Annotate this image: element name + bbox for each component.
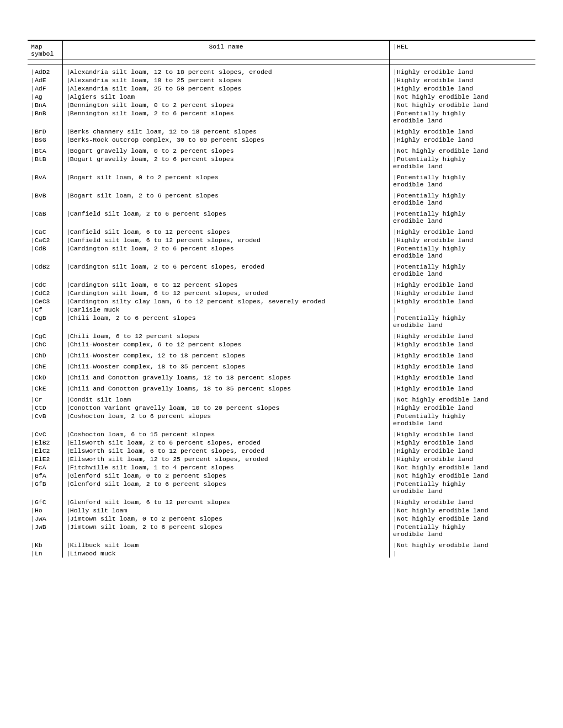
cell-soil: |Bogart gravelly loam, 2 to 6 percent sl…: [62, 155, 389, 170]
table-row: |CaC|Canfield silt loam, 6 to 12 percent…: [28, 228, 535, 236]
cell-hel: |Highly erodible land: [390, 236, 535, 244]
cell-soil: |Chili and Conotton gravelly loams, 12 t…: [62, 373, 389, 382]
cell-hel: |: [390, 549, 535, 558]
cell-soil: |Canfield silt loam, 6 to 12 percent slo…: [62, 228, 389, 236]
cell-hel: |Highly erodible land: [390, 228, 535, 236]
table-row: |ElC2|Ellsworth silt loam, 6 to 12 perce…: [28, 447, 535, 455]
cell-hel: |Highly erodible land: [390, 351, 535, 360]
cell-symbol: |AdF: [28, 84, 62, 93]
cell-soil: |Cardington silt loam, 6 to 12 percent s…: [62, 289, 389, 297]
table-row: |AdD2|Alexandria silt loam, 12 to 18 per…: [28, 68, 535, 76]
cell-symbol: |AdD2: [28, 68, 62, 76]
table-row: |Kb|Killbuck silt loam|Not highly erodib…: [28, 541, 535, 549]
table-row: |Ho|Holly silt loam|Not highly erodible …: [28, 506, 535, 515]
cell-symbol: |AdE: [28, 76, 62, 84]
cell-symbol: |ChD: [28, 351, 62, 360]
cell-soil: |Bogart gravelly loam, 0 to 2 percent sl…: [62, 147, 389, 155]
table-row: |Ln|Linwood muck|: [28, 549, 535, 558]
table-row: |CkE|Chili and Conotton gravelly loams, …: [28, 384, 535, 393]
cell-soil: |Bogart silt loam, 0 to 2 percent slopes: [62, 173, 389, 189]
main-table-container: Mapsymbol Soil name |HEL |AdD2|Alexandri…: [28, 40, 535, 558]
cell-hel: |Highly erodible land: [390, 430, 535, 438]
cell-hel: |Potentially highly erodible land: [390, 173, 535, 189]
cell-hel: |Potentially highly erodible land: [390, 155, 535, 170]
cell-hel: |Potentially highly erodible land: [390, 480, 535, 495]
table-row: |GfB|Glenford silt loam, 2 to 6 percent …: [28, 480, 535, 495]
cell-symbol: |BrD: [28, 127, 62, 136]
cell-soil: |Cardington silt loam, 2 to 6 percent sl…: [62, 244, 389, 260]
cell-hel: |Highly erodible land: [390, 384, 535, 393]
table-row: |ElE2|Ellsworth silt loam, 12 to 25 perc…: [28, 455, 535, 463]
cell-symbol: |GfC: [28, 498, 62, 506]
cell-hel: |Not highly erodible land: [390, 541, 535, 549]
table-row: |ChD|Chili-Wooster complex, 12 to 18 per…: [28, 351, 535, 360]
cell-soil: |Chili and Conotton gravelly loams, 18 t…: [62, 384, 389, 393]
table-row: |CaB|Canfield silt loam, 2 to 6 percent …: [28, 210, 535, 225]
cell-hel: |Not highly erodible land: [390, 147, 535, 155]
cell-hel: |Not highly erodible land: [390, 515, 535, 523]
cell-soil: |Conotton Variant gravelly loam, 10 to 2…: [62, 404, 389, 412]
cell-soil: |Chili-Wooster complex, 12 to 18 percent…: [62, 351, 389, 360]
cell-soil: |Cardington silt loam, 6 to 12 percent s…: [62, 281, 389, 289]
table-row: |CkD|Chili and Conotton gravelly loams, …: [28, 373, 535, 382]
cell-symbol: |CeC3: [28, 297, 62, 306]
table-row: |FcA|Fitchville silt loam, 1 to 4 percen…: [28, 463, 535, 472]
cell-soil: |Jimtown silt loam, 2 to 6 percent slope…: [62, 523, 389, 538]
cell-hel: |Highly erodible land: [390, 127, 535, 136]
cell-symbol: |CgC: [28, 332, 62, 340]
table-row: |BtA|Bogart gravelly loam, 0 to 2 percen…: [28, 147, 535, 155]
table-row: |BvA|Bogart silt loam, 0 to 2 percent sl…: [28, 173, 535, 189]
cell-hel: |Highly erodible land: [390, 289, 535, 297]
cell-soil: |Glenford silt loam, 6 to 12 percent slo…: [62, 498, 389, 506]
cell-symbol: |ElC2: [28, 447, 62, 455]
table-row: |CvC|Coshocton loam, 6 to 15 percent slo…: [28, 430, 535, 438]
cell-hel: |Highly erodible land: [390, 68, 535, 76]
cell-soil: |Alexandria silt loam, 25 to 50 percent …: [62, 84, 389, 93]
table-header-row: Mapsymbol Soil name |HEL: [28, 41, 535, 60]
cell-symbol: |CvB: [28, 412, 62, 427]
cell-hel: |Potentially highly erodible land: [390, 109, 535, 125]
cell-symbol: |ElB2: [28, 438, 62, 447]
cell-symbol: |Cr: [28, 395, 62, 404]
cell-symbol: |FcA: [28, 463, 62, 472]
table-row: |ChE|Chili-Wooster complex, 18 to 35 per…: [28, 362, 535, 371]
cell-hel: |Potentially highly erodible land: [390, 412, 535, 427]
cell-hel: |Highly erodible land: [390, 373, 535, 382]
table-row: |Cr|Condit silt loam|Not highly erodible…: [28, 395, 535, 404]
table-row: |CdB|Cardington silt loam, 2 to 6 percen…: [28, 244, 535, 260]
table-row: |JwA|Jimtown silt loam, 0 to 2 percent s…: [28, 515, 535, 523]
table-row: |CdC|Cardington silt loam, 6 to 12 perce…: [28, 281, 535, 289]
cell-symbol: |ChC: [28, 340, 62, 349]
table-row: |Ag|Algiers silt loam|Not highly erodibl…: [28, 93, 535, 101]
table-row: |CdB2|Cardington silt loam, 2 to 6 perce…: [28, 263, 535, 278]
table-row: |CvB|Coshocton loam, 2 to 6 percent slop…: [28, 412, 535, 427]
cell-symbol: |BtA: [28, 147, 62, 155]
cell-hel: |Highly erodible land: [390, 340, 535, 349]
cell-soil: |Glenford silt loam, 2 to 6 percent slop…: [62, 480, 389, 495]
cell-symbol: |BnB: [28, 109, 62, 125]
cell-soil: |Berks channery silt loam, 12 to 18 perc…: [62, 127, 389, 136]
cell-soil: |Coshocton loam, 6 to 15 percent slopes: [62, 430, 389, 438]
cell-soil: |Ellsworth silt loam, 12 to 25 percent s…: [62, 455, 389, 463]
cell-hel: |Highly erodible land: [390, 332, 535, 340]
cell-hel: |Highly erodible land: [390, 498, 535, 506]
cell-symbol: |CgB: [28, 314, 62, 329]
cell-soil: |Cardington silt loam, 2 to 6 percent sl…: [62, 263, 389, 278]
cell-soil: |Canfield silt loam, 6 to 12 percent slo…: [62, 236, 389, 244]
table-row: |JwB|Jimtown silt loam, 2 to 6 percent s…: [28, 523, 535, 538]
cell-soil: |Bennington silt loam, 0 to 2 percent sl…: [62, 101, 389, 109]
cell-hel: |Potentially highly erodible land: [390, 314, 535, 329]
cell-hel: |Potentially highly erodible land: [390, 523, 535, 538]
cell-hel: |Not highly erodible land: [390, 472, 535, 480]
table-row: |CaC2|Canfield silt loam, 6 to 12 percen…: [28, 236, 535, 244]
cell-symbol: |CdB: [28, 244, 62, 260]
cell-soil: |Alexandria silt loam, 18 to 25 percent …: [62, 76, 389, 84]
cell-soil: |Chili loam, 6 to 12 percent slopes: [62, 332, 389, 340]
table-row: |BtB|Bogart gravelly loam, 2 to 6 percen…: [28, 155, 535, 170]
hel-table: Mapsymbol Soil name |HEL |AdD2|Alexandri…: [28, 40, 535, 558]
cell-hel: |Highly erodible land: [390, 136, 535, 144]
cell-soil: |Condit silt loam: [62, 395, 389, 404]
cell-symbol: |CdB2: [28, 263, 62, 278]
table-row: |CdC2|Cardington silt loam, 6 to 12 perc…: [28, 289, 535, 297]
table-row: |BnA|Bennington silt loam, 0 to 2 percen…: [28, 101, 535, 109]
